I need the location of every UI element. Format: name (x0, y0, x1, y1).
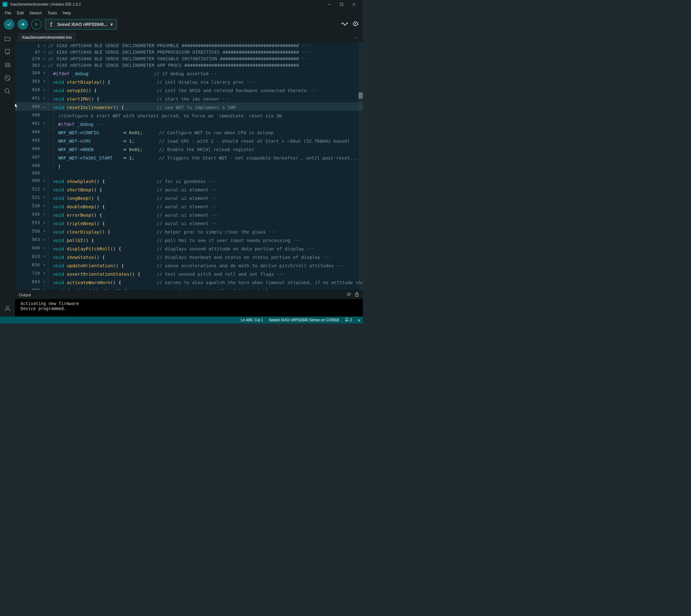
code-line[interactable]: 364›#ifdef _debug // if debug asserted ·… (15, 69, 363, 77)
fold-toggle[interactable]: › (41, 211, 46, 218)
gutter: 530› (15, 202, 48, 210)
tab-overflow-icon[interactable]: ··· (354, 35, 363, 40)
code-line[interactable]: 633›void showStatus() { // displays hear… (15, 252, 363, 261)
explorer-icon[interactable] (4, 35, 11, 42)
fold-toggle[interactable]: › (41, 194, 46, 201)
code-line[interactable]: 719›void assertOrientationStates() { // … (15, 269, 363, 278)
status-board[interactable]: Seeed XIAO nRF52840 Sense on COM18 (269, 318, 339, 322)
output-lock-icon[interactable] (355, 292, 359, 298)
minimap-thumb[interactable] (359, 92, 363, 98)
fold-toggle[interactable]: › (41, 120, 46, 127)
fold-toggle[interactable]: › (41, 56, 46, 62)
board-selector[interactable]: Seeed XIAO nRF52840... ▾ (45, 19, 117, 30)
code-line[interactable]: 490 //Configure & start WDT with shortes… (15, 111, 363, 119)
code-line[interactable]: 97›// XIAO nRF52840 BLE SENSE INCLINOMET… (15, 49, 363, 56)
code-line[interactable]: 497 NRF_WDT->TASKS_START = 1; // Trigger… (15, 153, 363, 161)
fold-toggle[interactable]: › (41, 228, 46, 235)
code-line[interactable]: 521›void longBeep() { // aural ui elemen… (15, 193, 363, 202)
code-line[interactable]: 530›void doubleBeep() { // aural ui elem… (15, 202, 363, 210)
code-line[interactable]: 563›void pollUI() { // poll hmi to see i… (15, 236, 363, 244)
menu-sketch[interactable]: Sketch (26, 10, 45, 16)
line-content: void startIMU() { // start the imu senso… (48, 94, 363, 103)
code-line[interactable]: 500›void showSplash() { // for ui goodne… (15, 176, 363, 185)
minimize-button[interactable] (323, 0, 336, 9)
serial-plotter-icon[interactable] (341, 21, 348, 28)
menu-edit[interactable]: Edit (14, 10, 26, 16)
upload-button[interactable] (18, 19, 28, 30)
minimap[interactable] (359, 42, 363, 290)
boards-manager-icon[interactable] (4, 48, 11, 56)
code-line[interactable]: 393›void startDisplay() { // init displa… (15, 77, 363, 86)
toolbar: Seeed XIAO nRF52840... ▾ (0, 17, 363, 32)
code-line[interactable]: 1›// XIAO nRF52840 BLE SENSE INCLINOMETE… (15, 42, 363, 49)
close-button[interactable] (348, 0, 360, 9)
code-line[interactable]: 451›void startIMU() { // start the imu s… (15, 94, 363, 103)
debug-button[interactable] (31, 19, 42, 30)
code-line[interactable]: 843›void activateWarnHorn() { // serves … (15, 278, 363, 286)
fold-toggle[interactable]: › (41, 236, 46, 243)
fold-toggle[interactable]: › (41, 42, 46, 49)
fold-toggle[interactable]: › (41, 95, 46, 102)
code-line[interactable]: 866›void deactivateWarnHorn() { // mute … (15, 286, 363, 290)
fold-toggle[interactable]: › (41, 177, 46, 184)
fold-toggle[interactable]: › (41, 87, 46, 93)
code-line[interactable]: 545›void errorBeep() { // aural ui eleme… (15, 210, 363, 219)
fold-toggle[interactable]: › (41, 270, 46, 277)
code-line[interactable]: 363⌄// XIAO nRF52840 BLE SENSE INCLINOME… (15, 62, 363, 69)
code-line[interactable]: 494 NRF_WDT->CONFIG = 0x01; // Configure… (15, 128, 363, 136)
code-editor[interactable]: 1›// XIAO nRF52840 BLE SENSE INCLINOMETE… (15, 42, 363, 290)
code-line[interactable]: 495 NRF_WDT->CRV = 1; // load CRV - with… (15, 136, 363, 145)
fold-toggle[interactable]: › (41, 245, 46, 251)
fold-toggle[interactable]: ⌄ (41, 62, 46, 69)
line-content: void resetInclinometer() { // use WDT to… (48, 103, 363, 111)
fold-toggle[interactable]: › (41, 279, 46, 285)
tab-file[interactable]: XiaoSenseInclinometer.ino (18, 33, 76, 42)
menu-help[interactable]: Help (60, 10, 74, 16)
search-icon[interactable] (4, 87, 11, 95)
account-icon[interactable] (4, 305, 11, 312)
line-content: NRF_WDT->TASKS_START = 1; // Triggers th… (48, 153, 363, 161)
code-line[interactable]: 496 NRF_WDT->RREN = 0x01; // Enable the … (15, 145, 363, 153)
menu-file[interactable]: File (2, 10, 14, 16)
library-manager-icon[interactable] (4, 61, 11, 69)
code-line[interactable]: 558›void clearDisplay() { // helper proc… (15, 227, 363, 236)
fold-toggle[interactable]: › (41, 287, 46, 290)
fold-toggle[interactable]: › (41, 186, 46, 192)
code-line[interactable]: 553›void tripleBeep() { // aural ui elem… (15, 219, 363, 227)
menu-tools[interactable]: Tools (45, 10, 60, 16)
code-line[interactable]: 499 (15, 170, 363, 176)
line-content: void updateOrientation() { // sense acce… (48, 261, 363, 269)
output-options-icon[interactable] (347, 292, 351, 298)
fold-toggle[interactable]: › (41, 49, 46, 56)
code-line[interactable]: 600›void displayPitchRoll() { // display… (15, 244, 363, 252)
usb-icon (49, 21, 53, 28)
code-line[interactable]: 498 } (15, 161, 363, 170)
gutter: 489⌄ (15, 103, 48, 111)
fold-toggle[interactable]: › (41, 253, 46, 260)
status-notifications[interactable]: 2 (345, 317, 352, 323)
verify-button[interactable] (4, 19, 14, 30)
status-cursor-pos[interactable]: Ln 489, Col 1 (241, 318, 263, 322)
serial-monitor-icon[interactable] (352, 21, 359, 28)
fold-toggle (41, 112, 46, 118)
code-line[interactable]: 656›void updateOrientation() { // sense … (15, 261, 363, 269)
line-number: 363 (25, 62, 40, 69)
code-line[interactable]: 489⌄void resetInclinometer() { // use WD… (15, 103, 363, 111)
gutter: 512› (15, 185, 48, 193)
status-close-icon[interactable]: × (358, 317, 360, 323)
code-line[interactable]: 512›void shortBeep() { // aural ui eleme… (15, 185, 363, 193)
fold-toggle[interactable]: › (41, 219, 46, 226)
code-line[interactable]: 274›// XIAO nRF52840 BLE SENSE INCLINOME… (15, 56, 363, 62)
fold-toggle[interactable]: ⌄ (41, 103, 46, 110)
gutter: 521› (15, 193, 48, 202)
code-line[interactable]: 491›#ifdef _debug ··· (15, 119, 363, 128)
debug-panel-icon[interactable] (4, 74, 11, 82)
fold-toggle[interactable]: › (41, 262, 46, 268)
fold-toggle[interactable]: › (41, 70, 46, 76)
code-line[interactable]: 420›void setupIO() { // init the GPIO an… (15, 86, 363, 94)
output-body[interactable]: Activating new firmware Device programme… (15, 299, 363, 316)
fold-toggle[interactable]: › (41, 203, 46, 209)
fold-toggle[interactable]: › (41, 78, 46, 85)
line-number: 866 (25, 287, 40, 290)
maximize-button[interactable] (336, 0, 348, 9)
